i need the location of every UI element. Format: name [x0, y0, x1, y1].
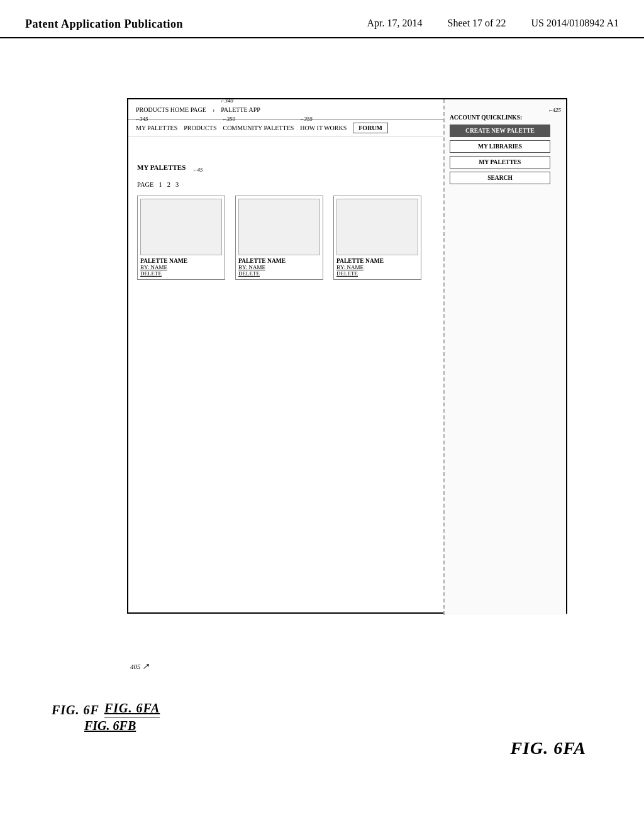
ref-340-inline: ⌐340: [221, 97, 233, 104]
ref-355-inline: ⌐355: [300, 116, 313, 122]
search-quicklink-btn[interactable]: SEARCH: [450, 172, 550, 184]
ref-45: ⌐45: [193, 167, 203, 173]
palette-delete-1[interactable]: DELETE: [140, 270, 222, 277]
account-quicklinks-label: ACCOUNT QUICKLINKS:: [450, 114, 561, 121]
content-area: MY PALETTES ⌐45 PAGE 1 2 3 PALETTE NAME: [128, 157, 436, 615]
fig-6fb-label: FIG. 6FB: [84, 719, 136, 733]
tab-how-it-works[interactable]: HOW IT WORKS ⌐355: [300, 124, 347, 131]
fig-6f-label: FIG. 6F: [52, 703, 99, 717]
right-panel: ⌐425 ACCOUNT QUICKLINKS: CREATE NEW PALE…: [443, 99, 566, 615]
nav-sep1: ›: [213, 106, 214, 113]
fig-main-label: FIG. 6FA: [510, 738, 586, 758]
palette-swatch-1: [140, 199, 222, 255]
palette-name-1: PALETTE NAME: [140, 258, 222, 264]
tab-community-palettes[interactable]: COMMUNITY PALETTES ⌐350: [223, 124, 294, 131]
main-content: FIG. 6F FIG. 6FA FIG. 6FB 405 ↗ PRODUCTS…: [0, 38, 644, 812]
my-libraries-btn[interactable]: MY LIBRARIES: [450, 140, 550, 153]
palette-card-2: PALETTE NAME BY: NAME DELETE: [235, 196, 323, 280]
palette-delete-2[interactable]: DELETE: [238, 270, 320, 277]
publication-title: Patent Application Publication: [25, 18, 183, 31]
page-header: Patent Application Publication Apr. 17, …: [0, 0, 644, 38]
page-1[interactable]: 1: [158, 181, 162, 188]
palette-grid: PALETTE NAME BY: NAME DELETE PALETTE NAM…: [137, 196, 428, 280]
palette-name-3: PALETTE NAME: [336, 258, 418, 264]
section-title-my-palettes: MY PALETTES: [137, 163, 186, 171]
my-palettes-btn[interactable]: MY PALETTES: [450, 156, 550, 169]
ref-425: ⌐425: [450, 107, 561, 113]
palette-swatch-3: [336, 199, 418, 255]
palette-card-1: PALETTE NAME BY: NAME DELETE: [137, 196, 225, 280]
pagination-row: PAGE 1 2 3: [137, 181, 428, 188]
palette-by-1[interactable]: BY: NAME: [140, 264, 222, 270]
ref-350-inline: ⌐350: [223, 116, 235, 122]
tab-forum[interactable]: FORUM: [353, 123, 388, 133]
page-label: PAGE: [137, 181, 153, 188]
diagram-area: FIG. 6F FIG. 6FA FIG. 6FB 405 ↗ PRODUCTS…: [52, 79, 592, 771]
header-meta: Apr. 17, 2014 Sheet 17 of 22 US 2014/010…: [367, 18, 619, 29]
palette-by-3[interactable]: BY: NAME: [336, 264, 418, 270]
palette-by-2[interactable]: BY: NAME: [238, 264, 320, 270]
publication-date: Apr. 17, 2014: [367, 18, 423, 29]
palette-delete-3[interactable]: DELETE: [336, 270, 418, 277]
palette-swatch-2: [238, 199, 320, 255]
page-3[interactable]: 3: [175, 181, 179, 188]
ui-mockup-box: PRODUCTS HOME PAGE › PALETTE APP ⌐340 ⌐3…: [127, 98, 567, 614]
patent-number: US 2014/0108942 A1: [531, 18, 619, 29]
nav-home: PRODUCTS HOME PAGE: [136, 106, 206, 113]
sheet-info: Sheet 17 of 22: [448, 18, 506, 29]
palette-card-3: PALETTE NAME BY: NAME DELETE: [333, 196, 421, 280]
tab-my-palettes[interactable]: MY PALETTES ⌐345: [136, 124, 177, 131]
page-2[interactable]: 2: [167, 181, 170, 188]
section-header-row: MY PALETTES ⌐45: [137, 163, 428, 176]
create-new-palette-btn[interactable]: CREATE NEW PALETTE: [450, 124, 550, 137]
nav-app-label: PALETTE APP ⌐340: [221, 106, 260, 113]
fig-labels: FIG. 6F FIG. 6FA FIG. 6FB: [52, 701, 160, 733]
ref-405: 405 ↗: [130, 661, 149, 672]
palette-name-2: PALETTE NAME: [238, 258, 320, 264]
tab-products[interactable]: PRODUCTS: [184, 124, 216, 131]
fig-6fa-label: FIG. 6FA: [104, 701, 160, 717]
ref-345-inline: ⌐345: [136, 116, 148, 122]
